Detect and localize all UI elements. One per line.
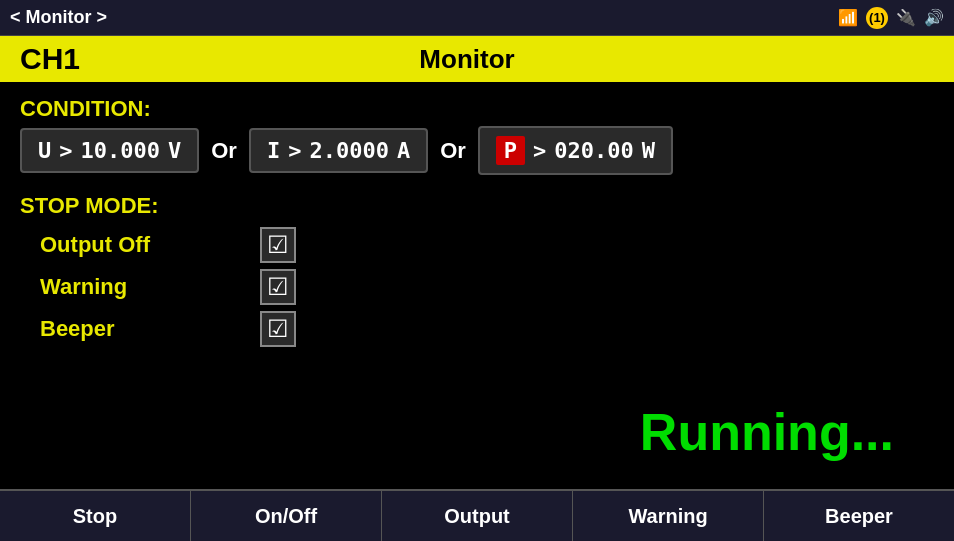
condition-expr2[interactable]: I > 2.0000 A — [249, 128, 428, 173]
running-status: Running... — [640, 402, 894, 462]
toolbar-onoff-button[interactable]: On/Off — [191, 491, 382, 541]
stop-label-output-off: Output Off — [40, 232, 260, 258]
expr1-value: 10.000 — [81, 138, 160, 163]
expr3-operand: P — [496, 136, 525, 165]
stop-label-beeper: Beeper — [40, 316, 260, 342]
expr2-operand: I — [267, 138, 280, 163]
checkbox-beeper[interactable]: ☑ — [260, 311, 296, 347]
main-content: CONDITION: U > 10.000 V Or I > 2.0000 A … — [0, 82, 954, 489]
checkbox-output-off[interactable]: ☑ — [260, 227, 296, 263]
stop-label: Stop — [73, 505, 117, 528]
title-bar: < Monitor > 📶 (1) 🔌 🔊 — [0, 0, 954, 36]
toolbar-output-button[interactable]: Output — [382, 491, 573, 541]
stop-label-warning: Warning — [40, 274, 260, 300]
condition-section: CONDITION: U > 10.000 V Or I > 2.0000 A … — [20, 96, 934, 175]
stop-row-beeper: Beeper ☑ — [40, 311, 934, 347]
toolbar-stop-button[interactable]: Stop — [0, 491, 191, 541]
warning-label: Warning — [628, 505, 707, 528]
stop-mode-label: STOP MODE: — [20, 193, 934, 219]
stop-row-output-off: Output Off ☑ — [40, 227, 934, 263]
toolbar-beeper-button[interactable]: Beeper — [764, 491, 954, 541]
condition-row: U > 10.000 V Or I > 2.0000 A Or P > 020.… — [20, 126, 934, 175]
stop-mode-section: STOP MODE: Output Off ☑ Warning ☑ Beeper… — [20, 193, 934, 347]
sound-icon: 🔊 — [924, 8, 944, 27]
badge-count: (1) — [866, 7, 888, 29]
expr1-operand: U — [38, 138, 51, 163]
condition-label: CONDITION: — [20, 96, 934, 122]
condition-expr1[interactable]: U > 10.000 V — [20, 128, 199, 173]
checkbox-warning[interactable]: ☑ — [260, 269, 296, 305]
channel-header: CH1 Monitor — [0, 36, 954, 82]
bottom-toolbar: Stop On/Off Output Warning Beeper — [0, 489, 954, 541]
expr1-unit: V — [168, 138, 181, 163]
wifi-icon: 📶 — [838, 8, 858, 27]
usb-icon: 🔌 — [896, 8, 916, 27]
output-label: Output — [444, 505, 510, 528]
expr3-value: 020.00 — [554, 138, 633, 163]
window-title: < Monitor > — [10, 7, 107, 28]
or1-text: Or — [211, 138, 237, 164]
expr1-operator: > — [59, 138, 72, 163]
expr2-operator: > — [288, 138, 301, 163]
beeper-label: Beeper — [825, 505, 893, 528]
title-bar-icons: 📶 (1) 🔌 🔊 — [838, 7, 944, 29]
condition-expr3[interactable]: P > 020.00 W — [478, 126, 673, 175]
expr2-value: 2.0000 — [309, 138, 388, 163]
or2-text: Or — [440, 138, 466, 164]
page-title: Monitor — [80, 44, 854, 75]
toolbar-warning-button[interactable]: Warning — [573, 491, 764, 541]
expr3-unit: W — [642, 138, 655, 163]
channel-label: CH1 — [20, 42, 80, 76]
expr2-unit: A — [397, 138, 410, 163]
stop-row-warning: Warning ☑ — [40, 269, 934, 305]
stop-mode-rows: Output Off ☑ Warning ☑ Beeper ☑ — [40, 227, 934, 347]
onoff-label: On/Off — [255, 505, 317, 528]
expr3-operator: > — [533, 138, 546, 163]
